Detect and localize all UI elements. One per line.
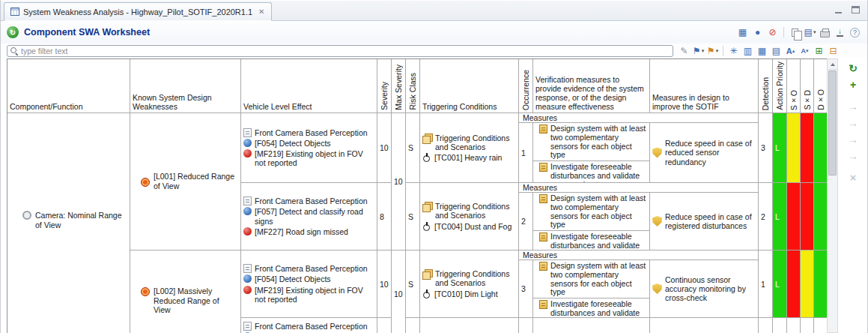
max-severity-cell[interactable]: 10: [392, 113, 406, 250]
sxo-cell[interactable]: [787, 318, 801, 333]
auto-color-icon[interactable]: ✳: [727, 44, 740, 57]
verification-cell[interactable]: Design system with at least two compleme…: [533, 193, 650, 250]
dxo-cell[interactable]: [814, 250, 828, 318]
design-measures-cell[interactable]: Reduce speed in case of registered distu…: [650, 193, 759, 250]
col-header-effect[interactable]: Vehicle Level Effect: [241, 59, 377, 113]
col-header-dxo[interactable]: D×O: [814, 59, 828, 113]
scrollbar-thumb[interactable]: [828, 70, 837, 176]
triggering-cell[interactable]: Triggering Conditions and Scenarios [TC0…: [420, 250, 519, 318]
table-view-grid-icon[interactable]: ▦: [756, 44, 768, 57]
detection-cell[interactable]: 3: [759, 113, 773, 183]
scroll-up-icon[interactable]: [828, 59, 837, 70]
occurrence-cell[interactable]: 2: [519, 193, 533, 250]
dxo-cell[interactable]: [814, 183, 828, 250]
col-header-component[interactable]: Component/Function: [7, 59, 130, 113]
disable-highlight-icon[interactable]: ⊘: [766, 26, 779, 39]
expand-all-icon[interactable]: ⊞: [813, 44, 825, 57]
move-disabled-icon[interactable]: →: [845, 132, 861, 147]
table-view-compact-icon[interactable]: ▥: [741, 44, 754, 57]
occurrence-cell[interactable]: [519, 318, 533, 333]
sxo-cell[interactable]: [787, 113, 801, 183]
print-icon[interactable]: [819, 26, 831, 39]
dxo-cell[interactable]: [814, 113, 828, 183]
risk-class-cell[interactable]: S: [406, 113, 420, 183]
sxo-cell[interactable]: [787, 250, 801, 318]
sxo-cell[interactable]: [787, 183, 801, 250]
occurrence-cell[interactable]: 1: [519, 123, 533, 183]
font-decrease-icon[interactable]: A▾: [798, 44, 811, 57]
refresh-icon[interactable]: ↻: [845, 61, 861, 76]
effect-cell[interactable]: Front Camera Based Perception [F054] Det…: [241, 318, 377, 333]
move-disabled-icon[interactable]: →: [845, 148, 861, 164]
severity-cell[interactable]: 8: [377, 183, 392, 250]
occurrence-cell[interactable]: 3: [519, 260, 533, 318]
maximize-icon[interactable]: [852, 6, 860, 14]
effect-cell[interactable]: Front Camera Based Perception [F054] Det…: [241, 250, 377, 318]
action-priority-cell[interactable]: [773, 318, 787, 333]
copy-icon[interactable]: [789, 26, 801, 39]
verification-cell[interactable]: Design system with at least two compleme…: [533, 123, 650, 183]
move-disabled-icon[interactable]: →: [845, 116, 861, 130]
editor-tab[interactable]: System Weakness Analysis - Highway_Pilot…: [4, 2, 272, 21]
col-header-sxo[interactable]: S×O: [787, 59, 801, 113]
move-disabled-icon[interactable]: →: [845, 99, 861, 114]
sxd-cell[interactable]: [801, 250, 814, 318]
risk-class-cell[interactable]: S: [406, 183, 420, 250]
design-measures-cell[interactable]: [650, 318, 759, 333]
effect-cell[interactable]: Front Camera Based Perception [F054] Det…: [241, 113, 377, 183]
edit-icon[interactable]: ✎: [678, 44, 691, 57]
table-view-full-icon[interactable]: ▤: [770, 44, 783, 57]
col-header-weaknesses[interactable]: Known System Design Weaknesses: [130, 59, 241, 113]
minimize-icon[interactable]: [834, 6, 843, 14]
max-severity-cell[interactable]: 10: [392, 250, 406, 333]
collapse-all-icon[interactable]: ⊟: [827, 44, 840, 57]
col-header-action-priority[interactable]: Action Priority: [773, 59, 787, 113]
sxd-cell[interactable]: [801, 318, 814, 333]
col-header-triggering[interactable]: Triggering Conditions: [420, 59, 519, 113]
action-priority-cell[interactable]: L: [773, 250, 787, 318]
design-measures-cell[interactable]: Reduce speed in case of reduced sensor r…: [650, 123, 759, 183]
tab-close-icon[interactable]: ✕: [258, 8, 264, 16]
severity-cell[interactable]: 10: [377, 113, 392, 183]
help-icon[interactable]: ?: [849, 26, 861, 39]
verification-cell[interactable]: Design system with at least two compleme…: [533, 260, 650, 318]
col-header-risk-class[interactable]: Risk Class: [406, 59, 420, 113]
severity-cell[interactable]: 10: [377, 250, 392, 318]
col-header-sxd[interactable]: S×D: [801, 59, 814, 113]
vertical-scrollbar[interactable]: [827, 58, 838, 333]
detection-cell[interactable]: [759, 318, 773, 333]
triggering-cell[interactable]: Triggering Conditions and Scenarios [TC0…: [420, 183, 519, 250]
action-priority-cell[interactable]: L: [773, 113, 787, 183]
filter-box[interactable]: [7, 45, 673, 57]
col-header-severity[interactable]: Severity: [377, 59, 392, 113]
weakness-cell[interactable]: [L002] Massively Reduced Range of View: [130, 250, 241, 333]
action-priority-cell[interactable]: L: [773, 183, 787, 250]
highlight-rows-icon[interactable]: ●: [751, 26, 764, 39]
severity-cell[interactable]: [377, 318, 392, 333]
sxd-cell[interactable]: [801, 183, 814, 250]
effect-cell[interactable]: Front Camera Based Perception [F057] Det…: [241, 183, 377, 250]
detection-cell[interactable]: 2: [759, 183, 773, 250]
detection-cell[interactable]: 1: [759, 250, 773, 318]
design-measures-cell[interactable]: Continuous sensor accuracy monitoring by…: [650, 260, 759, 318]
flag-blue-menu-icon[interactable]: ⚑▾: [692, 44, 705, 57]
col-header-design-measures[interactable]: Measures in design to improve the SOTIF: [650, 59, 759, 113]
col-header-detection[interactable]: Detection: [759, 59, 773, 113]
weakness-cell[interactable]: [L001] Reduced Range of View: [130, 113, 241, 250]
component-cell[interactable]: Camera: Nominal Range of View: [7, 113, 130, 333]
add-icon[interactable]: +: [845, 77, 861, 92]
table-export-menu-icon[interactable]: ▤▾: [804, 26, 816, 39]
risk-class-cell[interactable]: [406, 318, 420, 333]
table-layout-icon[interactable]: ▦: [736, 26, 749, 39]
filter-input[interactable]: [21, 46, 670, 56]
export-icon[interactable]: ↓: [834, 26, 846, 39]
col-header-verification[interactable]: Verification measures to provide evidenc…: [533, 59, 650, 113]
font-increase-icon[interactable]: A▴: [784, 44, 797, 57]
triggering-cell[interactable]: [420, 318, 519, 333]
triggering-cell[interactable]: Triggering Conditions and Scenarios [TC0…: [420, 113, 519, 183]
verification-cell[interactable]: [533, 318, 650, 333]
risk-class-cell[interactable]: S: [406, 250, 420, 318]
sxd-cell[interactable]: [801, 113, 814, 183]
col-header-max-severity[interactable]: Max Severity: [392, 59, 406, 113]
delete-icon[interactable]: ×: [845, 170, 861, 185]
